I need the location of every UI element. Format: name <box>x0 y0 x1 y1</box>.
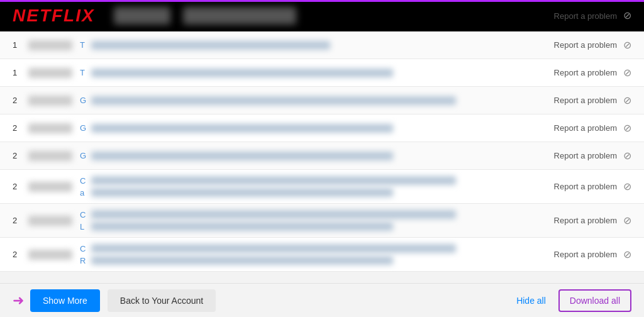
row-blur-title <box>91 244 456 253</box>
row-blur-thumbnail <box>28 96 72 106</box>
row-number: 2 <box>13 151 28 160</box>
footer: ➜ Show More Back to Your Account Hide al… <box>0 283 644 317</box>
header-cancel-icon[interactable]: ⊘ <box>623 11 631 21</box>
row-actions: Report a problem ⊘ <box>554 216 631 226</box>
table-row: 2 G Report a problem ⊘ <box>0 142 644 170</box>
cancel-icon[interactable]: ⊘ <box>623 250 631 260</box>
cancel-icon[interactable]: ⊘ <box>623 96 631 106</box>
two-line-content: C a <box>80 176 554 197</box>
two-line-content: C R <box>80 244 554 265</box>
row-number: 2 <box>13 182 28 191</box>
row-number: 2 <box>13 123 28 133</box>
row-number: 2 <box>13 216 28 225</box>
download-all-button[interactable]: Download all <box>558 289 631 312</box>
row-actions: Report a problem ⊘ <box>554 182 631 192</box>
row-letter: T <box>80 68 89 77</box>
row-blur-thumbnail <box>28 250 72 260</box>
report-problem-link[interactable]: Report a problem <box>554 40 617 50</box>
footer-right: Hide all Download all <box>516 289 631 312</box>
report-problem-link[interactable]: Report a problem <box>554 68 617 77</box>
row-letter: T <box>80 40 89 50</box>
table-row: 2 C a Report a problem ⊘ <box>0 170 644 204</box>
report-problem-link[interactable]: Report a problem <box>554 182 617 191</box>
row-actions: Report a problem ⊘ <box>554 68 631 78</box>
row-blur-thumbnail <box>28 68 72 78</box>
row-blur-title <box>91 41 330 50</box>
row-number: 2 <box>13 96 28 105</box>
row-blur-subtitle <box>91 188 393 197</box>
row-blur-title <box>91 124 393 133</box>
row-number: 1 <box>13 68 28 77</box>
cancel-icon[interactable]: ⊘ <box>623 216 631 226</box>
header-report-link[interactable]: Report a problem <box>554 11 617 21</box>
arrow-indicator-icon: ➜ <box>13 292 24 309</box>
row-blur-thumbnail <box>28 151 72 161</box>
row-blur-thumbnail <box>28 40 72 50</box>
row-number: 2 <box>13 250 28 259</box>
content-area: 1 T Report a problem ⊘ 1 T Report a prob… <box>0 31 644 272</box>
row-actions: Report a problem ⊘ <box>554 123 631 133</box>
row-actions: Report a problem ⊘ <box>554 96 631 106</box>
show-more-button[interactable]: Show More <box>30 289 100 312</box>
row-blur-thumbnail <box>28 216 72 226</box>
row-letter-2: a <box>80 188 89 197</box>
hide-all-link[interactable]: Hide all <box>516 296 546 306</box>
row-blur-title <box>91 210 456 219</box>
app-header: NETFLIX Report a problem ⊘ <box>0 0 644 31</box>
table-row: 2 C L Report a problem ⊘ <box>0 204 644 238</box>
cancel-icon[interactable]: ⊘ <box>623 68 631 78</box>
two-line-content: C L <box>80 210 554 231</box>
cancel-icon[interactable]: ⊘ <box>623 40 631 50</box>
row-blur-subtitle <box>91 256 393 265</box>
table-row: 1 T Report a problem ⊘ <box>0 31 644 59</box>
cancel-icon[interactable]: ⊘ <box>623 182 631 192</box>
row-letter: C <box>80 210 89 220</box>
row-letter-2: L <box>80 222 89 231</box>
back-to-account-button[interactable]: Back to Your Account <box>108 289 216 312</box>
row-blur-subtitle <box>91 222 393 231</box>
row-letter: G <box>80 123 89 133</box>
row-blur-thumbnail <box>28 123 72 133</box>
row-letter-2: R <box>80 256 89 265</box>
row-actions: Report a problem ⊘ <box>554 40 631 50</box>
row-actions: Report a problem ⊘ <box>554 250 631 260</box>
row-letter: G <box>80 151 89 160</box>
row-blur-title <box>91 96 456 105</box>
table-row: 2 G Report a problem ⊘ <box>0 87 644 114</box>
row-letter: G <box>80 96 89 105</box>
row-number: 1 <box>13 40 28 50</box>
report-problem-link[interactable]: Report a problem <box>554 250 617 259</box>
table-row: 1 T Report a problem ⊘ <box>0 59 644 87</box>
report-problem-link[interactable]: Report a problem <box>554 216 617 225</box>
header-blur-nav <box>114 7 170 25</box>
table-row: 2 C R Report a problem ⊘ <box>0 238 644 272</box>
cancel-icon[interactable]: ⊘ <box>623 123 631 133</box>
netflix-logo: NETFLIX <box>13 6 95 26</box>
report-problem-link[interactable]: Report a problem <box>554 151 617 160</box>
row-letter: C <box>80 176 89 186</box>
row-blur-thumbnail <box>28 182 72 192</box>
row-blur-title <box>91 176 456 185</box>
row-actions: Report a problem ⊘ <box>554 151 631 161</box>
row-blur-title <box>91 152 393 160</box>
report-problem-link[interactable]: Report a problem <box>554 123 617 133</box>
report-problem-link[interactable]: Report a problem <box>554 96 617 105</box>
row-letter: C <box>80 244 89 253</box>
table-row: 2 G Report a problem ⊘ <box>0 114 644 142</box>
cancel-icon[interactable]: ⊘ <box>623 151 631 161</box>
row-blur-title <box>91 69 393 77</box>
header-blur-title <box>183 7 296 25</box>
